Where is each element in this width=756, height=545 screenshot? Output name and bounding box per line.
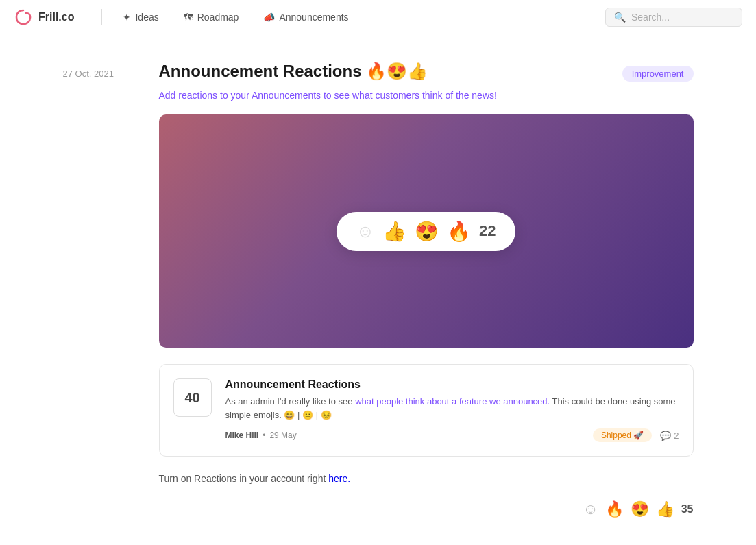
card-description: As an admin I'd really like to see what … [225, 395, 679, 422]
post-date: 27 Oct, 2021 [63, 62, 132, 518]
card-title: Announcement Reactions [225, 378, 679, 391]
bottom-smiley-icon: ☺ [583, 500, 598, 518]
bottom-reactions: ☺ 🔥 😍 👍 35 [159, 500, 694, 518]
announcements-icon: 📣 [263, 12, 275, 23]
thumbsup-emoji: 👍 [382, 220, 406, 243]
nav-roadmap-label: Roadmap [197, 12, 239, 23]
logo-text: Frill.co [38, 11, 74, 23]
post-date-card: 29 May [269, 431, 296, 440]
card-meta: Mike Hill • 29 May Shipped 🚀 💬 2 [225, 428, 679, 442]
bottom-fire-emoji: 🔥 [605, 500, 624, 518]
nav-item-roadmap[interactable]: 🗺 Roadmap [180, 9, 243, 25]
footer-here-link[interactable]: here. [328, 473, 350, 484]
fire-emoji: 🔥 [447, 220, 471, 243]
search-placeholder-text: Search... [631, 12, 670, 23]
card-author: Mike Hill • 29 May [225, 431, 297, 440]
search-box[interactable]: 🔍 Search... [605, 8, 742, 27]
roadmap-icon: 🗺 [184, 12, 193, 23]
post-subtitle: Add reactions to your Announcements to s… [159, 90, 694, 101]
comment-count: 💬 2 [660, 431, 679, 441]
nav-ideas-label: Ideas [135, 12, 158, 23]
nav-announcements-label: Announcements [279, 12, 348, 23]
improvement-badge: Improvement [622, 66, 694, 82]
smiley-icon: ☺ [356, 221, 374, 242]
post-header: Announcement Reactions 🔥😍👍 Improvement [159, 62, 694, 82]
search-icon: 🔍 [614, 12, 626, 23]
author-dot: • [263, 431, 265, 440]
card-link-what[interactable]: what people think about a feature we ann… [355, 396, 550, 407]
shipped-badge[interactable]: Shipped 🚀 [593, 428, 652, 442]
vote-count[interactable]: 40 [173, 378, 212, 417]
heart-eyes-emoji: 😍 [415, 220, 439, 243]
navbar: Frill.co ✦ Ideas 🗺 Roadmap 📣 Announcemen… [0, 0, 756, 34]
comment-number: 2 [674, 431, 679, 441]
hero-image: ☺ 👍 😍 🔥 22 [159, 114, 694, 348]
ideas-icon: ✦ [123, 12, 131, 23]
main-content: 27 Oct, 2021 Announcement Reactions 🔥😍👍 … [36, 62, 721, 518]
author-name: Mike Hill [225, 431, 259, 440]
idea-card: 40 Announcement Reactions As an admin I'… [159, 364, 694, 457]
logo-link[interactable]: Frill.co [14, 8, 74, 27]
footer-cta: Turn on Reactions in your account right … [159, 473, 694, 484]
nav-divider [101, 9, 102, 25]
shipped-label: Shipped 🚀 [601, 431, 644, 440]
footer-text: Turn on Reactions in your account right [159, 473, 329, 484]
reaction-count: 22 [479, 222, 496, 240]
nav-item-announcements[interactable]: 📣 Announcements [259, 9, 352, 25]
post-title: Announcement Reactions 🔥😍👍 [159, 62, 428, 81]
frill-logo-icon [14, 8, 33, 27]
post-layout: 27 Oct, 2021 Announcement Reactions 🔥😍👍 … [63, 62, 694, 518]
post-body: Announcement Reactions 🔥😍👍 Improvement A… [159, 62, 694, 518]
comment-icon: 💬 [660, 431, 671, 441]
reaction-pill: ☺ 👍 😍 🔥 22 [337, 212, 515, 251]
bottom-thumbsup-emoji: 👍 [656, 500, 674, 518]
card-content: Announcement Reactions As an admin I'd r… [225, 378, 679, 442]
bottom-reaction-count: 35 [681, 503, 694, 516]
bottom-heart-eyes-emoji: 😍 [631, 500, 649, 518]
card-actions: Shipped 🚀 💬 2 [593, 428, 679, 442]
nav-item-ideas[interactable]: ✦ Ideas [119, 9, 162, 25]
